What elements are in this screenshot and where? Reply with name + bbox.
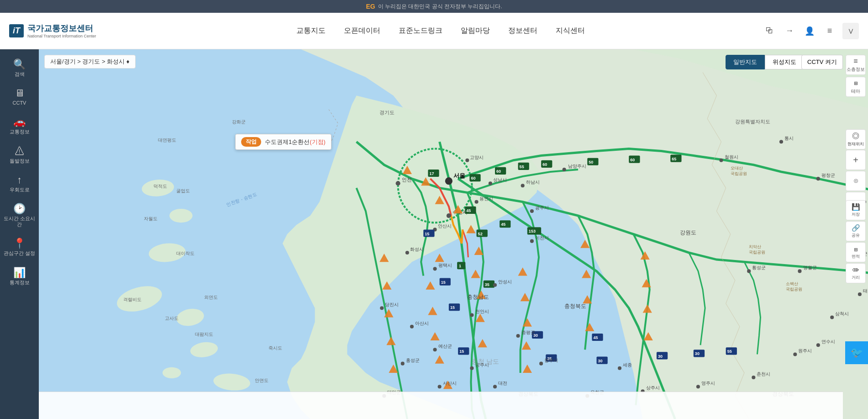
svg-point-12 <box>396 181 400 186</box>
area-icon: ⊞ <box>854 245 857 253</box>
svg-text:외연도: 외연도 <box>204 295 218 300</box>
svg-point-139 <box>618 366 621 370</box>
distance-label: 거리 <box>852 275 860 281</box>
nav-open-data[interactable]: 오픈데이터 <box>344 26 380 36</box>
popup-subtext: (기점) <box>310 138 326 145</box>
svg-text:남양주시: 남양주시 <box>568 164 586 169</box>
nav-knowledge[interactable]: 지식센터 <box>556 26 585 36</box>
svg-point-131 <box>410 325 414 329</box>
map-container[interactable]: 서울 인천 수원시 고양시 성남시 용인시 <box>39 49 868 419</box>
svg-point-177 <box>858 292 862 296</box>
cctv-toggle-btn[interactable]: CCTV 켜기 <box>801 55 843 69</box>
svg-point-179 <box>830 315 834 319</box>
svg-text:상주시: 상주시 <box>646 385 660 390</box>
distance-tool-btn[interactable]: ✏ 거리 <box>846 263 866 283</box>
svg-text:평택시: 평택시 <box>438 263 452 268</box>
svg-text:당진시: 당진시 <box>385 302 399 307</box>
location-icon: ◎ <box>852 132 859 141</box>
svg-point-163 <box>719 159 723 162</box>
user-icon[interactable]: 👤 <box>802 24 817 38</box>
svg-text:경기도: 경기도 <box>379 110 395 115</box>
header: iT 국가교통정보센터 National Transport Informati… <box>0 13 868 49</box>
svg-text:이천시: 이천시 <box>535 235 549 240</box>
logo-text-english: National Transport Information Center <box>27 34 96 39</box>
svg-text:덕적도: 덕적도 <box>153 184 167 189</box>
sidebar-item-sudden-info[interactable]: ⚠ 돌발정보 <box>0 141 39 170</box>
external-link-icon[interactable]: ⧉ <box>762 24 777 38</box>
svg-text:평창군: 평창군 <box>821 173 835 178</box>
login-icon[interactable]: → <box>782 24 797 38</box>
info-icon: ≡ <box>853 57 857 65</box>
car-icon: 🚗 <box>13 117 26 127</box>
sidebar-item-city-travel[interactable]: 🕑 도시간 소요시간 <box>0 198 39 233</box>
sidebar-label-detour: 우회도로 <box>10 187 30 193</box>
zoom-in-btn[interactable]: + <box>846 150 866 170</box>
svg-text:대팜지도: 대팜지도 <box>195 332 213 337</box>
nav-node-link[interactable]: 표준노드링크 <box>399 26 442 36</box>
normal-map-btn[interactable]: 일반지도 <box>726 55 765 69</box>
sidebar-item-stats[interactable]: 📊 통계정보 <box>0 262 39 291</box>
map-background[interactable]: 서울 인천 수원시 고양시 성남시 용인시 <box>39 49 868 419</box>
search-icon: 🔍 <box>13 59 26 69</box>
header-actions: ⧉ → 👤 ≡ ∨ <box>762 23 859 39</box>
zoom-level-indicator: ⊙ <box>846 171 866 191</box>
svg-text:횡성군: 횡성군 <box>752 265 766 270</box>
twitter-icon: 🐦 <box>851 347 863 359</box>
svg-text:굴업도: 굴업도 <box>176 188 190 193</box>
share-icon: 🔗 <box>852 224 860 232</box>
svg-text:고양시: 고양시 <box>470 155 484 160</box>
svg-text:춘천시: 춘천시 <box>757 371 770 377</box>
svg-text:153: 153 <box>529 229 536 233</box>
svg-point-173 <box>798 269 801 273</box>
expand-icon[interactable]: ∨ <box>842 23 859 39</box>
save-tool-btn[interactable]: 💾 저장 <box>846 200 866 220</box>
distance-icon: ✏ <box>852 266 859 274</box>
nav-info-center[interactable]: 정보센터 <box>508 26 537 36</box>
svg-point-4 <box>169 209 193 223</box>
current-location-btn[interactable]: ◎ 현재위치 <box>846 129 866 149</box>
svg-point-117 <box>563 168 566 171</box>
nav-notice[interactable]: 알림마당 <box>461 26 490 36</box>
sidebar-item-search[interactable]: 🔍 검색 <box>0 54 39 83</box>
twitter-share-btn[interactable]: 🐦 <box>845 341 868 364</box>
svg-point-159 <box>752 376 755 379</box>
svg-text:강화군: 강화군 <box>232 119 246 124</box>
svg-text:1: 1 <box>459 264 461 268</box>
svg-text:용인시: 용인시 <box>479 196 493 201</box>
svg-text:광주시: 광주시 <box>535 205 549 210</box>
svg-text:55: 55 <box>727 349 732 354</box>
theme-tool-btn[interactable]: ⊞ 테마 <box>846 77 866 97</box>
sidebar-item-interest-section[interactable]: 📍 관심구간 설정 <box>0 233 39 262</box>
map-breadcrumb[interactable]: 서울/경기 > 경기도 > 화성시 ♦ <box>44 55 136 69</box>
svg-text:격렬비도: 격렬비도 <box>123 297 142 302</box>
svg-point-125 <box>433 267 437 270</box>
svg-text:35: 35 <box>485 282 489 287</box>
share-tool-btn[interactable]: 🔗 공유 <box>846 221 866 241</box>
svg-text:태백시: 태백시 <box>863 288 868 293</box>
area-tool-btn[interactable]: ⊞ 면적 <box>846 242 866 262</box>
bottom-info-bar <box>39 392 843 419</box>
theme-icon: ⊞ <box>854 79 857 87</box>
sidebar-item-detour[interactable]: ↑ 우회도로 <box>0 170 39 198</box>
menu-icon[interactable]: ≡ <box>822 24 837 38</box>
sidebar-item-cctv[interactable]: 🖥 CCTV <box>0 83 39 111</box>
svg-text:인천: 인천 <box>402 177 412 182</box>
svg-text:철원시: 철원시 <box>725 154 738 159</box>
sidebar-item-traffic-info[interactable]: 🚗 교통정보 <box>0 111 39 140</box>
svg-text:45: 45 <box>501 222 505 227</box>
popup-badge: 작업 <box>241 137 261 147</box>
svg-text:홍성군: 홍성군 <box>406 358 420 363</box>
svg-text:고사도: 고사도 <box>165 316 179 321</box>
svg-text:안성시: 안성시 <box>498 279 512 284</box>
svg-point-121 <box>530 209 534 213</box>
banner-text: 이 누리집은 대한민국 공식 전자정부 누리집입니다. <box>378 3 502 11</box>
svg-text:30: 30 <box>598 359 603 363</box>
nav-traffic-map[interactable]: 교통지도 <box>296 26 326 36</box>
svg-text:연수시: 연수시 <box>821 339 835 344</box>
satellite-map-btn[interactable]: 위성지도 <box>765 55 804 69</box>
save-label: 저장 <box>852 212 860 217</box>
svg-text:충청 남도: 충청 남도 <box>472 358 499 365</box>
info-tool-btn[interactable]: ≡ 소층정보 <box>846 55 866 75</box>
main-layout: 🔍 검색 🖥 CCTV 🚗 교통정보 ⚠ 돌발정보 ↑ 우회도로 🕑 도시간 소… <box>0 49 868 419</box>
area-label: 면적 <box>852 254 860 260</box>
